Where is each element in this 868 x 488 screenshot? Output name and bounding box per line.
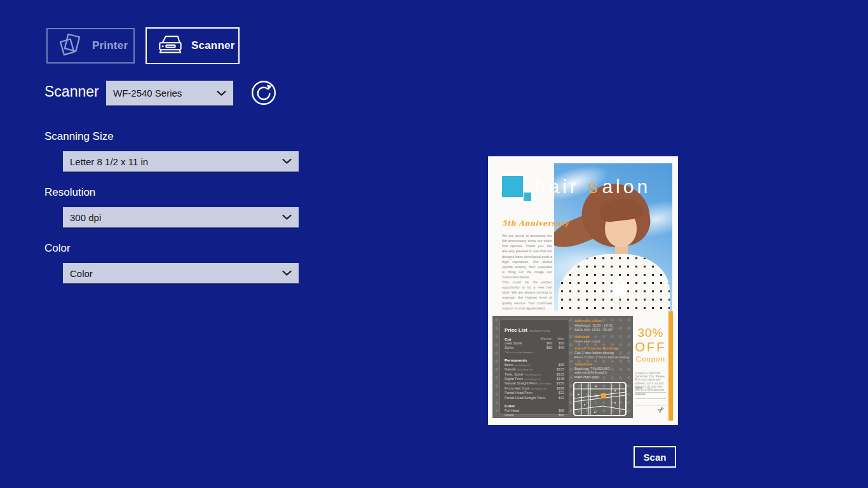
row-name: Natural Straight Perm (including cut) [505, 381, 552, 386]
chevron-down-icon [217, 90, 226, 96]
location-map: hair salon [573, 382, 627, 416]
row-name: Partial Head Perm [505, 391, 552, 395]
salon-logo [502, 176, 532, 203]
row-price-men: $40 [552, 346, 564, 350]
coupon-off: OFF [634, 340, 668, 355]
telephone-line: www.vwon-gruju [574, 375, 632, 379]
resolution-label: Resolution [44, 186, 95, 199]
price-row: Full Head$68 [505, 409, 564, 413]
col-cut: Cut [505, 337, 536, 341]
coupon-name-label: Name [635, 386, 642, 390]
price-row: Lead Stylist $60 $50 [505, 341, 564, 346]
row-name: Full Head [505, 409, 552, 413]
coupon-name-field: Name [635, 386, 666, 393]
flyer-title-s: s [588, 176, 600, 197]
flyer-title-hair: hair [535, 176, 580, 197]
chevron-down-icon [282, 159, 292, 165]
price-row: Digital Perm (including cut)$148 [505, 377, 564, 381]
row-price: $150 [552, 381, 564, 386]
scanner-device-select[interactable]: WF-2540 Series [106, 81, 233, 105]
price-row: Twist, Spiral (including cut)$125 [505, 372, 564, 377]
row-price: $42 [552, 396, 564, 400]
price-row: Basic (including cut)$95 [505, 363, 564, 367]
row-name: Roots [505, 413, 552, 417]
row-price: $95 [552, 363, 564, 367]
flyer-title-alon: alon [602, 176, 651, 197]
row-name: Digital Perm (including cut) [505, 377, 552, 381]
color-label: Color [44, 242, 71, 255]
row-name: Partial Head Straight Perm [505, 396, 552, 400]
color-select[interactable]: Color [63, 263, 299, 283]
row-name: Natural (including cut) [505, 367, 552, 372]
scanner-section-title: Scanner [44, 83, 99, 100]
scanning-size-select[interactable]: Letter 8 1/2 x 11 in [63, 151, 299, 172]
color-heading: Color [505, 403, 564, 408]
price-list-title: Price List [505, 327, 527, 333]
cutoff-heading: Cut-off Time for Bookings [574, 346, 632, 351]
row-name: Basic (including cut) [505, 363, 552, 367]
coupon-address-label: Address [635, 393, 646, 396]
price-list-note: * All cuts include shampoo [505, 351, 564, 355]
coupon-address-field: Address [635, 393, 666, 405]
signature-line [635, 396, 666, 399]
row-name: Twist, Spiral (including cut) [505, 372, 552, 377]
row-price: $125 [552, 372, 564, 377]
row-price: $68 [552, 409, 564, 413]
chevron-down-icon [282, 271, 292, 276]
price-row: Partial Head Straight Perm$42 [505, 396, 564, 400]
resolution-select[interactable]: 300 dpi [63, 207, 299, 227]
color-value: Color [70, 268, 93, 279]
row-name: Frizzy Hair Cure (including cut) [505, 386, 552, 391]
cutoff-line: Cut: 1 hour before closing [574, 351, 632, 355]
cutoff-line: Perm / Color: 2 hours before closing [574, 355, 632, 360]
price-row: Stylist $50 $40 [505, 346, 564, 350]
business-hours-line: Sat & Sun: 11:00 - 20:00 [574, 328, 632, 332]
scan-app: Printer Scanner Scanner WF-2540 Series [0, 0, 868, 488]
holidays-line: Open year round [574, 339, 632, 344]
scanning-size-label: Scanning Size [44, 130, 114, 143]
price-row: Natural Straight Perm (including cut)$15… [505, 381, 564, 386]
scanner-flatbed-icon [156, 34, 185, 58]
price-list-subtitle: (Standard Pricing) [529, 329, 550, 332]
map-label: hair salon [589, 395, 599, 398]
tab-printer-label: Printer [92, 39, 128, 52]
row-name: Stylist [505, 346, 536, 350]
flyer-title: hair salon [535, 176, 651, 198]
row-price-women: $60 [536, 341, 552, 346]
col-men: Men [552, 337, 564, 341]
row-price-men: $50 [552, 341, 564, 346]
row-price: $105 [552, 367, 564, 372]
printer-papers-icon [57, 31, 86, 60]
row-price: $168 [552, 386, 564, 391]
anniversary-heading: 5th Anniversary [502, 219, 569, 227]
scissors-icon: ✂ [655, 403, 667, 416]
price-row: Partial Head Perm$32 [505, 391, 564, 395]
flyer-paragraph-1: We are proud to announce the 5th anniver… [502, 233, 552, 280]
telephone-line: Bookings: 741-852-963 [574, 367, 632, 371]
salon-logo-square-small [524, 193, 531, 201]
scan-preview: hair salon 5th Anniversary We are proud … [488, 156, 678, 425]
row-price: $148 [552, 377, 564, 381]
price-row: Roots$60 [505, 413, 564, 417]
permanents-heading: Permanents [505, 358, 564, 362]
salon-info: Business Hours Weekdays: 10:00 - 19:00 S… [574, 319, 632, 379]
resolution-value: 300 dpi [70, 212, 101, 223]
scanning-size-value: Letter 8 1/2 x 11 in [70, 156, 148, 167]
price-list: Price List(Standard Pricing) Cut Women M… [499, 319, 569, 415]
coupon-word: Coupon [634, 355, 668, 363]
scanner-device-value: WF-2540 Series [113, 88, 182, 98]
scan-button[interactable]: Scan [634, 446, 676, 468]
price-row: Natural (including cut)$105 [505, 367, 564, 372]
telephone-heading: Telephone [574, 362, 632, 367]
dandelion-stem [620, 296, 620, 311]
row-price-women: $50 [536, 346, 552, 350]
refresh-scanner-button[interactable] [251, 80, 276, 105]
price-row: Frizzy Hair Cure (including cut)$168 [505, 386, 564, 391]
tab-scanner[interactable]: Scanner [146, 27, 240, 64]
dandelion [610, 278, 629, 297]
price-list-columns: Cut Women Men [505, 337, 564, 341]
row-price: $60 [552, 413, 564, 417]
coupon-percent: 30% [634, 326, 668, 340]
row-name: Lead Stylist [505, 341, 536, 346]
tab-printer[interactable]: Printer [46, 28, 135, 64]
